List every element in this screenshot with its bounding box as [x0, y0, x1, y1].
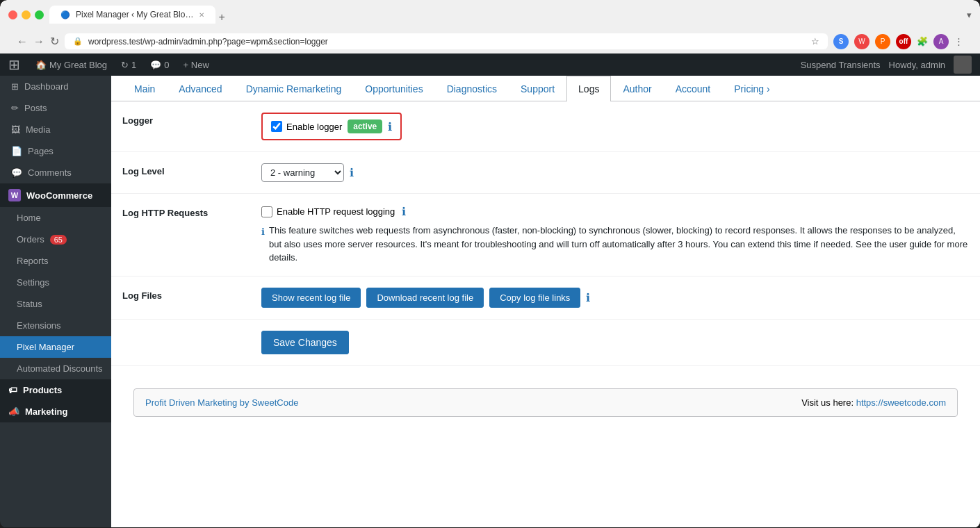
sidebar-label-orders: Orders	[17, 234, 44, 245]
topbar-updates[interactable]: ↻ 1	[114, 53, 143, 76]
minimize-dot[interactable]	[22, 10, 31, 19]
tab-dropdown-icon[interactable]: ▾	[967, 10, 972, 20]
log-level-select[interactable]: 0 - debug 1 - info 2 - warning 3 - error	[261, 163, 344, 182]
save-changes-button[interactable]: Save Changes	[261, 331, 349, 354]
copy-log-links-button[interactable]: Copy log file links	[489, 288, 580, 308]
home-icon: 🏠	[35, 60, 47, 70]
comments-icon: 💬	[150, 60, 161, 70]
tab-account[interactable]: Account	[664, 76, 723, 101]
dashboard-icon: ⊞	[11, 81, 19, 92]
save-spacer	[111, 319, 250, 365]
logger-checkbox[interactable]	[271, 121, 282, 132]
tab-pricing[interactable]: Pricing ›	[722, 76, 781, 101]
orders-badge: 65	[50, 235, 67, 245]
tab-close-icon[interactable]: ✕	[199, 11, 204, 19]
sidebar-item-comments[interactable]: 💬 Comments	[0, 162, 111, 183]
sidebar-item-home[interactable]: Home	[0, 207, 111, 229]
maximize-dot[interactable]	[35, 10, 44, 19]
new-label: + New	[183, 60, 209, 70]
extension-icon-4[interactable]: off	[896, 34, 911, 49]
sidebar-label-posts: Posts	[24, 103, 47, 113]
sidebar-label-home: Home	[17, 213, 41, 223]
save-row: Save Changes	[111, 319, 980, 365]
log-level-info-icon[interactable]: ℹ	[350, 166, 354, 179]
tab-diagnostics[interactable]: Diagnostics	[435, 76, 509, 101]
tab-logs[interactable]: Logs	[566, 76, 611, 101]
sidebar-item-media[interactable]: 🖼 Media	[0, 119, 111, 140]
logger-checkbox-label[interactable]: Enable logger	[271, 121, 342, 132]
sidebar-label-products: Products	[23, 385, 62, 395]
sidebar-item-extensions[interactable]: Extensions	[0, 315, 111, 336]
sidebar-item-automated-discounts[interactable]: Automated Discounts	[0, 358, 111, 379]
user-avatar[interactable]	[954, 56, 972, 74]
browser-tab[interactable]: 🔵 Pixel Manager ‹ My Great Blo… ✕	[49, 6, 215, 24]
tab-author[interactable]: Author	[611, 76, 663, 101]
sidebar: ⊞ Dashboard ✏ Posts 🖼 Media 📄 Pages 💬 Co…	[0, 76, 111, 527]
tab-main[interactable]: Main	[122, 76, 167, 101]
footer-right-text: Visit us here:	[801, 397, 856, 408]
sidebar-woocommerce-header[interactable]: W WooCommerce	[0, 183, 111, 207]
sidebar-label-dashboard: Dashboard	[24, 81, 69, 92]
tab-title: Pixel Manager ‹ My Great Blo…	[76, 10, 193, 19]
logger-label: Logger	[111, 101, 250, 152]
topbar-site[interactable]: 🏠 My Great Blog	[28, 53, 114, 76]
http-log-checkbox-label[interactable]: Enable HTTP request logging ℹ	[261, 205, 969, 218]
extension-icon-2[interactable]: W	[854, 34, 869, 49]
sidebar-item-dashboard[interactable]: ⊞ Dashboard	[0, 76, 111, 97]
sidebar-products-header[interactable]: 🏷 Products	[0, 379, 111, 401]
marketing-icon: 📣	[8, 406, 19, 417]
menu-icon[interactable]: ⋮	[954, 36, 963, 47]
topbar-comments[interactable]: 💬 0	[143, 53, 176, 76]
lock-icon: 🔒	[73, 37, 83, 46]
http-log-note-text: This feature switches web requests from …	[269, 224, 969, 265]
log-http-label: Log HTTP Requests	[111, 194, 250, 277]
sidebar-item-reports[interactable]: Reports	[0, 250, 111, 272]
log-http-row: Log HTTP Requests Enable HTTP request lo…	[111, 194, 980, 277]
http-log-checkbox-text: Enable HTTP request logging	[277, 206, 395, 217]
star-icon[interactable]: ☆	[811, 36, 819, 47]
sidebar-item-pixel-manager[interactable]: Pixel Manager	[0, 336, 111, 358]
http-log-info-icon[interactable]: ℹ	[402, 205, 406, 218]
log-files-row: Log Files Show recent log file Download …	[111, 276, 980, 319]
logger-control: Enable logger active ℹ	[250, 101, 980, 152]
sidebar-item-orders[interactable]: Orders 65	[0, 229, 111, 250]
new-tab-button[interactable]: +	[218, 11, 224, 24]
extensions-button[interactable]: 🧩	[917, 36, 928, 47]
suspend-transients[interactable]: Suspend Transients	[801, 60, 881, 70]
back-button[interactable]: ←	[17, 35, 28, 48]
reload-button[interactable]: ↻	[50, 35, 59, 48]
page-footer: Profit Driven Marketing by SweetCode Vis…	[133, 388, 958, 417]
save-control: Save Changes	[250, 319, 980, 365]
forward-button[interactable]: →	[33, 35, 44, 48]
sidebar-marketing-header[interactable]: 📣 Marketing	[0, 401, 111, 422]
logger-row: Logger Enable logger active	[111, 101, 980, 152]
show-log-file-button[interactable]: Show recent log file	[261, 288, 361, 308]
tab-support[interactable]: Support	[509, 76, 566, 101]
tab-advanced[interactable]: Advanced	[167, 76, 234, 101]
log-files-control: Show recent log file Download recent log…	[250, 276, 980, 319]
profile-icon[interactable]: A	[933, 34, 949, 49]
sidebar-item-settings[interactable]: Settings	[0, 272, 111, 293]
sidebar-item-pages[interactable]: 📄 Pages	[0, 140, 111, 162]
address-bar[interactable]: wordpress.test/wp-admin/admin.php?page=w…	[88, 37, 806, 47]
http-log-checkbox[interactable]	[261, 206, 272, 217]
log-files-info-icon[interactable]: ℹ	[586, 291, 590, 304]
wp-logo[interactable]: ⊞	[8, 56, 20, 73]
sidebar-label-pages: Pages	[28, 146, 54, 156]
close-dot[interactable]	[8, 10, 17, 19]
topbar-new[interactable]: + New	[177, 53, 216, 76]
sidebar-label-status: Status	[17, 299, 42, 309]
sidebar-item-posts[interactable]: ✏ Posts	[0, 97, 111, 119]
sidebar-label-pixel-manager: Pixel Manager	[17, 342, 74, 352]
extension-icon-1[interactable]: S	[833, 34, 849, 49]
howdy-label: Howdy, admin	[889, 60, 945, 70]
download-log-file-button[interactable]: Download recent log file	[366, 288, 484, 308]
tab-opportunities[interactable]: Opportunities	[353, 76, 434, 101]
footer-sweetcode-link[interactable]: https://sweetcode.com	[856, 397, 946, 408]
logger-info-icon[interactable]: ℹ	[388, 120, 392, 133]
sidebar-label-marketing: Marketing	[25, 406, 67, 417]
footer-left-link[interactable]: Profit Driven Marketing by SweetCode	[145, 397, 298, 408]
extension-icon-3[interactable]: P	[875, 34, 890, 49]
tab-dynamic-remarketing[interactable]: Dynamic Remarketing	[234, 76, 354, 101]
sidebar-item-status[interactable]: Status	[0, 293, 111, 315]
